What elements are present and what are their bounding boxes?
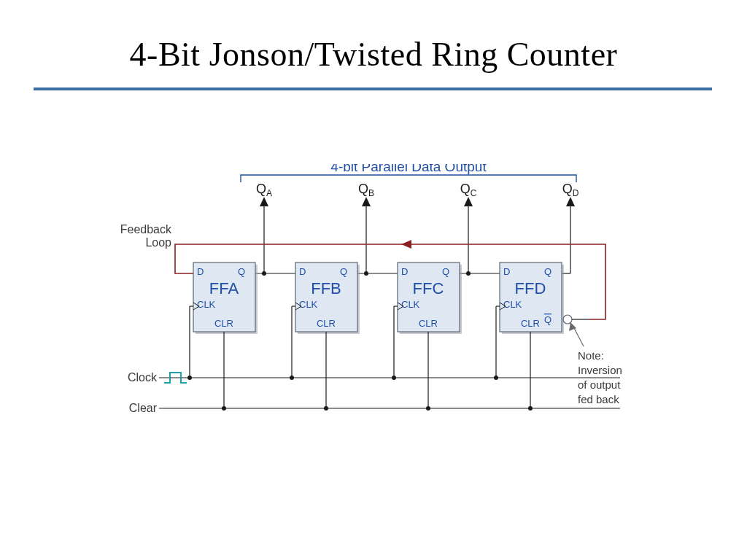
note-l2: of output — [578, 378, 621, 391]
output-label-qc: QC — [460, 182, 477, 198]
feedback-label-2: Loop — [145, 236, 171, 249]
feedback-arrow — [401, 240, 411, 249]
ffb-pin-clr: CLR — [317, 318, 336, 329]
feedback-label-1: Feedback — [120, 223, 172, 236]
ffc-pin-clr: CLR — [419, 318, 438, 329]
output-label-qa: QA — [256, 182, 272, 198]
ffa-name: FFA — [209, 279, 239, 298]
ffd-name: FFD — [515, 279, 546, 298]
output-label-qb: QB — [358, 182, 374, 198]
clr-junction-d — [528, 406, 533, 411]
ffd-pin-qbar: Q — [544, 314, 551, 325]
output-bracket — [241, 175, 576, 182]
ffb-name: FFB — [311, 279, 341, 298]
ffc-name: FFC — [413, 279, 444, 298]
clk-junction-d — [494, 376, 498, 380]
ffc-pin-q: Q — [442, 266, 449, 277]
clock-label: Clock — [128, 371, 158, 384]
diagram-svg: 4-bit Parallel Data Output QA QB QC QD F… — [95, 164, 657, 470]
ffc-pin-d: D — [401, 266, 408, 277]
circuit-diagram: 4-bit Parallel Data Output QA QB QC QD F… — [95, 164, 657, 456]
note-l3: fed back — [578, 393, 619, 405]
ffa-pin-d: D — [197, 266, 204, 277]
note-l1: Inversion — [578, 364, 622, 376]
clk-junction-b — [290, 376, 294, 380]
output-label-qd: QD — [562, 182, 579, 198]
ffa-pin-q: Q — [238, 266, 245, 277]
clk-junction-a — [187, 376, 192, 380]
clr-junction-b — [324, 406, 328, 411]
ffb-pin-d: D — [299, 266, 306, 277]
note-leader — [573, 327, 584, 346]
ffc-pin-clk: CLK — [401, 299, 420, 310]
slide-root: 4-Bit Jonson/Twisted Ring Counter 4-bit … — [0, 0, 747, 560]
clr-junction-c — [426, 406, 430, 411]
ffd-pin-q: Q — [544, 266, 551, 277]
ffb-pin-clk: CLK — [299, 299, 318, 310]
clr-junction-a — [222, 406, 226, 411]
ffa-pin-clk: CLK — [197, 299, 216, 310]
ffb-pin-q: Q — [340, 266, 347, 277]
ffd-pin-clk: CLK — [503, 299, 522, 310]
note-lead: Note: — [578, 349, 604, 362]
slide-title: 4-Bit Jonson/Twisted Ring Counter — [0, 35, 747, 74]
parallel-output-label: 4-bit Parallel Data Output — [330, 164, 487, 174]
ffd-pin-d: D — [503, 266, 510, 277]
ffd-pin-clr: CLR — [521, 318, 540, 329]
ffa-pin-clr: CLR — [214, 318, 233, 329]
clear-label: Clear — [129, 402, 158, 414]
title-underline — [34, 88, 712, 90]
clk-junction-c — [392, 376, 396, 380]
